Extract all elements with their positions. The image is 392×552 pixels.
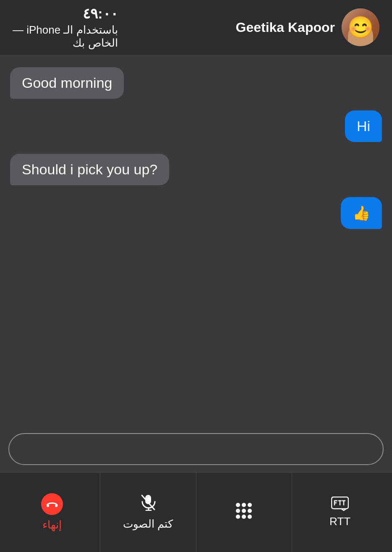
message-sent-1: Hi [10, 110, 382, 142]
end-call-icon [41, 493, 63, 515]
bubble-received-1: Good morning [10, 67, 124, 99]
rtt-icon [331, 497, 349, 512]
keypad-icon [236, 503, 252, 519]
contact-info: Geetika Kapoor [235, 8, 379, 46]
message-text-2: Hi [357, 118, 370, 134]
message-received-2: Should i pick you up? [10, 154, 382, 185]
status-subtitle: باستخدام الـ iPhone — الخاص بك [13, 24, 118, 50]
messages-container: Good morning Hi Should i pick you up? 👍 [10, 67, 382, 229]
bubble-received-2: Should i pick you up? [10, 154, 169, 185]
mute-icon [141, 494, 156, 514]
message-sent-2: 👍 [10, 197, 382, 229]
rtt-label: RTT [329, 515, 350, 528]
mute-label: كتم الصوت [123, 518, 173, 531]
avatar-image [342, 8, 379, 46]
message-text-1: Good morning [22, 75, 112, 91]
bubble-sent-2: 👍 [341, 197, 382, 229]
bottom-toolbar: إنهاء كتم الصوت [0, 472, 392, 552]
status-info: ٤٩:٠٠ باستخدام الـ iPhone — الخاص بك [13, 5, 118, 50]
message-text-4: 👍 [353, 205, 370, 221]
rtt-button[interactable]: RTT [292, 473, 388, 552]
mute-button[interactable]: كتم الصوت [100, 473, 196, 552]
svg-point-1 [55, 505, 57, 507]
chat-area: Good morning Hi Should i pick you up? 👍 [0, 55, 392, 468]
end-call-label: إنهاء [42, 518, 62, 531]
contact-name: Geetika Kapoor [235, 20, 335, 35]
input-bar [0, 426, 392, 472]
message-text-3: Should i pick you up? [22, 161, 157, 177]
message-input[interactable] [8, 433, 384, 465]
bubble-sent-1: Hi [345, 110, 382, 142]
avatar [342, 8, 379, 46]
status-bar: ٤٩:٠٠ باستخدام الـ iPhone — الخاص بك Gee… [0, 0, 392, 55]
keypad-button[interactable] [196, 473, 293, 552]
status-time: ٤٩:٠٠ [83, 5, 118, 22]
end-call-button[interactable]: إنهاء [4, 473, 100, 552]
message-received-1: Good morning [10, 67, 382, 99]
svg-point-0 [47, 505, 49, 507]
